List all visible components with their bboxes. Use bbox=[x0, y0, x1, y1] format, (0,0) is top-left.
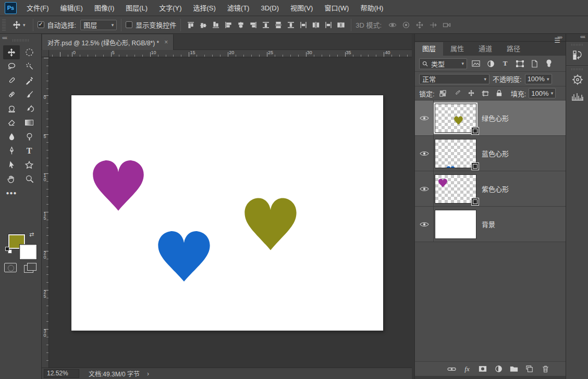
show-transform-checkbox[interactable] bbox=[126, 21, 132, 28]
zoom-level-field[interactable]: 12.52% bbox=[44, 369, 79, 378]
menu-item-5[interactable]: 选择(S) bbox=[187, 0, 221, 16]
menu-item-10[interactable]: 帮助(H) bbox=[354, 0, 389, 16]
path-select-tool[interactable] bbox=[3, 158, 20, 172]
dist-v-center-button[interactable] bbox=[273, 19, 284, 31]
more-tools[interactable]: ●●● bbox=[3, 186, 20, 200]
history-panel-icon[interactable] bbox=[566, 47, 588, 64]
layer-thumbnail[interactable] bbox=[435, 139, 476, 168]
layer-name[interactable]: 绿色心形 bbox=[482, 113, 509, 123]
document-tab[interactable]: 对齐.psd @ 12.5% (绿色心形, RGB/8*) * × bbox=[42, 34, 174, 50]
history-brush-tool[interactable] bbox=[21, 102, 38, 116]
link-layers-icon[interactable] bbox=[446, 364, 457, 374]
filter-shape-layers-icon[interactable] bbox=[514, 58, 525, 69]
align-top-button[interactable] bbox=[185, 19, 197, 31]
collapse-toolbar-button[interactable]: «« bbox=[2, 35, 7, 41]
menu-item-1[interactable]: 编辑(E) bbox=[55, 0, 89, 16]
tool-preset-chevron-icon[interactable]: ▾ bbox=[23, 22, 26, 28]
magic-wand-tool[interactable] bbox=[21, 59, 38, 73]
lock-transparency-icon[interactable] bbox=[437, 88, 449, 98]
panel-tab-3[interactable]: 路径 bbox=[499, 42, 528, 56]
shape-tool[interactable] bbox=[21, 158, 38, 172]
visibility-eye-icon[interactable] bbox=[415, 207, 434, 242]
clone-stamp-tool[interactable] bbox=[3, 102, 20, 116]
align-v-center-button[interactable] bbox=[198, 19, 209, 31]
layer-style-icon[interactable]: fx bbox=[462, 364, 472, 374]
delete-layer-icon[interactable] bbox=[540, 364, 550, 374]
layer-row-3[interactable]: 背景 bbox=[415, 207, 566, 242]
quick-mask-button[interactable] bbox=[4, 263, 17, 272]
dist-spacing-button[interactable] bbox=[335, 19, 347, 31]
hand-tool[interactable] bbox=[3, 172, 20, 186]
3d-slide-icon[interactable] bbox=[427, 19, 439, 31]
visibility-eye-icon[interactable] bbox=[415, 136, 434, 171]
strip-grip[interactable] bbox=[571, 68, 583, 70]
filter-pixel-layers-icon[interactable] bbox=[470, 58, 482, 69]
filter-type-layers-icon[interactable]: T bbox=[499, 58, 511, 69]
background-color-swatch[interactable] bbox=[20, 245, 36, 259]
filter-smart-objects-icon[interactable] bbox=[529, 58, 540, 69]
dodge-tool[interactable] bbox=[21, 130, 38, 144]
new-layer-icon[interactable] bbox=[524, 364, 535, 374]
opacity-field[interactable]: 100% ▾ bbox=[525, 74, 552, 84]
toolbar-grip[interactable] bbox=[13, 39, 29, 42]
menu-item-9[interactable]: 窗口(W) bbox=[318, 0, 354, 16]
eraser-tool[interactable] bbox=[3, 116, 20, 130]
lasso-tool[interactable] bbox=[3, 59, 20, 73]
visibility-eye-icon[interactable] bbox=[415, 171, 434, 207]
layer-thumbnail[interactable] bbox=[435, 210, 476, 239]
pen-tool[interactable] bbox=[3, 144, 20, 158]
gradient-tool[interactable] bbox=[21, 116, 38, 130]
menu-item-8[interactable]: 视图(V) bbox=[285, 0, 318, 16]
dist-right-button[interactable] bbox=[323, 19, 334, 31]
layer-name[interactable]: 背景 bbox=[482, 219, 495, 229]
lock-all-icon[interactable] bbox=[494, 88, 505, 98]
menu-item-4[interactable]: 文字(Y) bbox=[153, 0, 187, 16]
3d-pan-icon[interactable] bbox=[414, 19, 425, 31]
menu-item-0[interactable]: 文件(F) bbox=[21, 0, 55, 16]
dist-bottom-button[interactable] bbox=[285, 19, 297, 31]
align-bottom-button[interactable] bbox=[210, 19, 222, 31]
expand-panels-icon[interactable]: «« bbox=[566, 34, 588, 42]
green-heart[interactable] bbox=[241, 194, 300, 252]
healing-brush-tool[interactable] bbox=[3, 87, 20, 102]
menu-item-7[interactable]: 3D(D) bbox=[255, 0, 285, 16]
panel-menu-icon[interactable]: ☰ bbox=[554, 36, 560, 44]
panel-tab-0[interactable]: 图层 bbox=[415, 42, 443, 56]
dist-h-center-button[interactable] bbox=[310, 19, 322, 31]
dist-left-button[interactable] bbox=[298, 19, 309, 31]
filter-adjustment-layers-icon[interactable] bbox=[485, 58, 496, 69]
purple-heart[interactable] bbox=[90, 156, 147, 212]
default-colors-icon[interactable] bbox=[5, 247, 12, 254]
canvas-viewport[interactable]: 0510152025303540 051015202530 bbox=[42, 50, 412, 368]
type-tool[interactable]: T bbox=[21, 144, 38, 158]
blue-heart[interactable] bbox=[155, 227, 213, 283]
lock-position-icon[interactable] bbox=[466, 88, 477, 98]
adjustment-layer-icon[interactable] bbox=[493, 364, 504, 374]
menu-item-2[interactable]: 图像(I) bbox=[89, 0, 120, 16]
histogram-panel-icon[interactable] bbox=[566, 88, 588, 105]
layer-row-0[interactable]: 绿色心形 bbox=[415, 100, 566, 136]
canvas-document[interactable] bbox=[71, 95, 383, 331]
layer-name[interactable]: 蓝色心形 bbox=[482, 148, 509, 158]
layer-thumbnail[interactable] bbox=[435, 174, 476, 204]
filter-type-dropdown[interactable]: 类型 ▾ bbox=[419, 58, 467, 69]
strip-grip[interactable] bbox=[571, 44, 583, 46]
zoom-tool[interactable] bbox=[21, 172, 38, 186]
menu-item-6[interactable]: 滤镜(T) bbox=[222, 0, 255, 16]
filter-toggle-icon[interactable] bbox=[543, 58, 555, 69]
options-grip[interactable] bbox=[2, 19, 6, 31]
layer-row-1[interactable]: 蓝色心形 bbox=[415, 136, 566, 171]
add-mask-icon[interactable] bbox=[477, 364, 488, 374]
new-group-icon[interactable] bbox=[509, 364, 519, 374]
visibility-eye-icon[interactable] bbox=[415, 100, 434, 136]
layer-row-2[interactable]: 紫色心形 bbox=[415, 171, 566, 207]
crop-tool[interactable] bbox=[3, 73, 20, 87]
3d-zoom-icon[interactable] bbox=[441, 19, 452, 31]
dist-top-button[interactable] bbox=[260, 19, 272, 31]
blur-tool[interactable] bbox=[3, 130, 20, 144]
3d-orbit-icon[interactable] bbox=[387, 19, 398, 31]
auto-select-checkbox[interactable] bbox=[38, 21, 44, 28]
blend-mode-dropdown[interactable]: 正常 ▾ bbox=[419, 74, 489, 84]
layer-name[interactable]: 紫色心形 bbox=[482, 184, 509, 194]
align-right-button[interactable] bbox=[248, 19, 259, 31]
